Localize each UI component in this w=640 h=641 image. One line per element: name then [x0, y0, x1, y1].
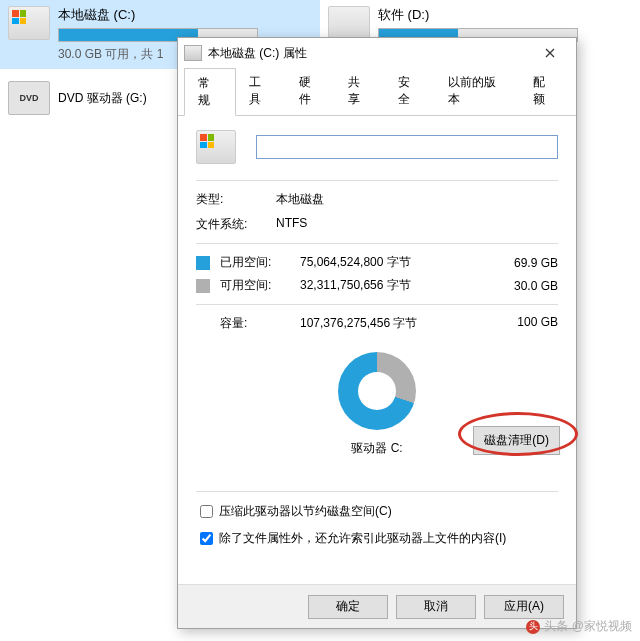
tab-previous[interactable]: 以前的版本: [435, 68, 520, 115]
used-gb: 69.9 GB: [498, 256, 558, 270]
used-bytes: 75,064,524,800 字节: [300, 254, 498, 271]
close-icon: [545, 48, 555, 58]
drive-icon: [8, 6, 50, 40]
index-checkbox[interactable]: [200, 532, 213, 545]
tab-quota[interactable]: 配额: [520, 68, 570, 115]
tab-sharing[interactable]: 共享: [335, 68, 385, 115]
compress-label: 压缩此驱动器以节约磁盘空间(C): [219, 503, 392, 520]
logo-icon: 头: [526, 620, 540, 634]
drive-letter-label: 驱动器 C:: [351, 440, 402, 457]
index-checkbox-row[interactable]: 除了文件属性外，还允许索引此驱动器上文件的内容(I): [196, 529, 558, 548]
tab-strip: 常规 工具 硬件 共享 安全 以前的版本 配额: [178, 68, 576, 116]
fs-value: NTFS: [276, 216, 307, 233]
volume-label-input[interactable]: [256, 135, 558, 159]
pie-icon: [338, 352, 416, 430]
drive-name: 软件 (D:): [378, 6, 632, 24]
capacity-bytes: 107,376,275,456 字节: [300, 315, 498, 332]
drive-icon: [196, 130, 236, 164]
capacity-gb: 100 GB: [498, 315, 558, 332]
properties-dialog: 本地磁盘 (C:) 属性 常规 工具 硬件 共享 安全 以前的版本 配额 类型:…: [177, 37, 577, 629]
cancel-button[interactable]: 取消: [396, 595, 476, 619]
apply-button[interactable]: 应用(A): [484, 595, 564, 619]
drive-dvd[interactable]: DVD DVD 驱动器 (G:): [0, 75, 155, 121]
titlebar[interactable]: 本地磁盘 (C:) 属性: [178, 38, 576, 68]
watermark-text: 头条 @家悦视频: [544, 618, 632, 635]
drive-name: 本地磁盘 (C:): [58, 6, 312, 24]
watermark: 头 头条 @家悦视频: [526, 618, 632, 635]
dialog-title: 本地磁盘 (C:) 属性: [208, 45, 530, 62]
tab-tools[interactable]: 工具: [236, 68, 286, 115]
tab-security[interactable]: 安全: [385, 68, 435, 115]
index-label: 除了文件属性外，还允许索引此驱动器上文件的内容(I): [219, 530, 506, 547]
tab-hardware[interactable]: 硬件: [286, 68, 336, 115]
used-label: 已用空间:: [220, 254, 300, 271]
tab-content: 类型:本地磁盘 文件系统:NTFS 已用空间: 75,064,524,800 字…: [178, 116, 576, 584]
usage-pie-chart: [196, 346, 558, 436]
ok-button[interactable]: 确定: [308, 595, 388, 619]
drive-name: DVD 驱动器 (G:): [58, 90, 147, 107]
close-button[interactable]: [530, 40, 570, 66]
dvd-icon: DVD: [8, 81, 50, 115]
free-swatch-icon: [196, 279, 210, 293]
free-gb: 30.0 GB: [498, 279, 558, 293]
tab-general[interactable]: 常规: [184, 68, 236, 116]
drive-icon: [184, 45, 202, 61]
type-label: 类型:: [196, 191, 276, 208]
dialog-footer: 确定 取消 应用(A): [178, 584, 576, 628]
fs-label: 文件系统:: [196, 216, 276, 233]
compress-checkbox-row[interactable]: 压缩此驱动器以节约磁盘空间(C): [196, 502, 558, 521]
used-swatch-icon: [196, 256, 210, 270]
disk-cleanup-button[interactable]: 磁盘清理(D): [473, 426, 560, 455]
compress-checkbox[interactable]: [200, 505, 213, 518]
capacity-label: 容量:: [196, 315, 300, 332]
free-bytes: 32,311,750,656 字节: [300, 277, 498, 294]
type-value: 本地磁盘: [276, 191, 324, 208]
free-label: 可用空间:: [220, 277, 300, 294]
drive-icon: [328, 6, 370, 40]
